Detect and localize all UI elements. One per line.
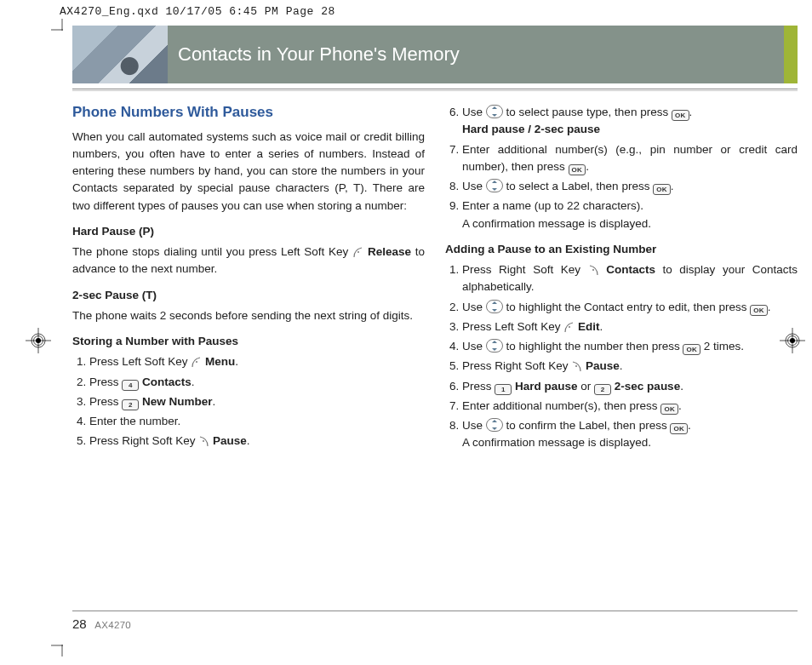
storing-heading: Storing a Number with Pauses (72, 333, 425, 350)
page-content: Contacts in Your Phone's Memory Phone Nu… (72, 26, 798, 643)
list-item: Use to confirm the Label, then press OK.… (462, 417, 798, 452)
list-item: Press Left Soft Key Edit. (462, 318, 798, 335)
nav-key-icon (486, 418, 503, 432)
ok-key-icon: OK (672, 110, 689, 121)
banner-divider (72, 89, 798, 91)
two-sec-heading: 2-sec Pause (T) (72, 287, 425, 304)
model-number: AX4270 (94, 620, 131, 630)
nav-key-icon (486, 179, 503, 192)
ok-key-icon: OK (660, 404, 678, 415)
list-item: Use to select a Label, then press OK. (462, 178, 798, 195)
registration-mark-left (26, 328, 51, 353)
left-softkey-icon (191, 356, 202, 368)
right-softkey-icon (588, 264, 599, 276)
storing-steps-continued: Use to select pause type, then press OK.… (445, 104, 798, 232)
list-item: Use to select pause type, then press OK.… (462, 104, 798, 139)
adding-pause-steps: Press Right Soft Key Contacts to display… (445, 261, 798, 452)
hard-pause-text: The phone stops dialing until you press … (72, 244, 425, 278)
key-2-icon: 2 (594, 384, 611, 395)
footer: 28 AX4270 (72, 611, 798, 631)
ok-key-icon: OK (569, 164, 586, 175)
list-item: Enter additional number(s) (e.g., pin nu… (462, 141, 798, 176)
ok-key-icon: OK (750, 305, 768, 316)
list-item: Press Right Soft Key Contacts to display… (462, 261, 798, 296)
ok-key-icon: OK (653, 184, 671, 195)
footer-rule (72, 611, 798, 611)
list-item: Use to highlight the Contact entry to ed… (462, 299, 798, 316)
page-number: 28 (72, 616, 87, 631)
list-item: Enter a name (up to 22 characters). A co… (462, 198, 798, 232)
list-item: Press Left Soft Key Menu. (89, 353, 425, 370)
svg-point-17 (592, 269, 594, 271)
section-title: Phone Numbers With Pauses (72, 101, 425, 123)
left-column: Phone Numbers With Pauses When you call … (72, 101, 425, 459)
nav-key-icon (486, 105, 503, 118)
two-sec-text: The phone waits 2 seconds before sending… (72, 307, 425, 324)
list-item: Use to highlight the number then press O… (462, 338, 798, 355)
svg-point-16 (203, 440, 204, 442)
print-slug: AX4270_Eng.qxd 10/17/05 6:45 PM Page 28 (60, 5, 335, 18)
right-softkey-icon (198, 435, 209, 447)
banner-photo (72, 26, 168, 83)
storing-steps: Press Left Soft Key Menu. Press 4 Contac… (72, 353, 425, 450)
list-item: Press Right Soft Key Pause. (89, 433, 425, 450)
title-banner: Contacts in Your Phone's Memory (72, 26, 798, 83)
hard-pause-heading: Hard Pause (P) (72, 223, 425, 240)
key-1-icon: 1 (495, 384, 512, 395)
crop-mark-top (51, 19, 73, 41)
right-column: Use to select pause type, then press OK.… (445, 101, 798, 459)
ok-key-icon: OK (670, 423, 688, 434)
svg-point-18 (569, 326, 570, 328)
nav-key-icon (486, 300, 503, 313)
left-softkey-icon (563, 321, 575, 333)
adding-pause-heading: Adding a Pause to an Existing Number (445, 241, 798, 258)
list-item: Enter the number. (89, 413, 425, 430)
right-softkey-icon (571, 360, 582, 372)
banner-title: Contacts in Your Phone's Memory (168, 26, 784, 83)
list-item: Press 2 New Number. (89, 393, 425, 410)
left-softkey-icon (352, 246, 363, 258)
svg-point-15 (196, 361, 197, 363)
list-item: Enter additional number(s), then press O… (462, 398, 798, 415)
list-item: Press 4 Contacts. (89, 374, 425, 391)
key-4-icon: 4 (122, 380, 139, 391)
intro-paragraph: When you call automated systems such as … (72, 129, 425, 215)
svg-point-14 (357, 251, 359, 253)
banner-accent-tab (784, 26, 798, 83)
ok-key-icon: OK (683, 344, 700, 355)
crop-mark-bottom (51, 634, 73, 656)
list-item: Press 1 Hard pause or 2 2-sec pause. (462, 378, 798, 395)
list-item: Press Right Soft Key Pause. (462, 358, 798, 375)
nav-key-icon (486, 339, 503, 353)
svg-point-19 (575, 365, 577, 367)
key-2-icon: 2 (122, 399, 139, 410)
